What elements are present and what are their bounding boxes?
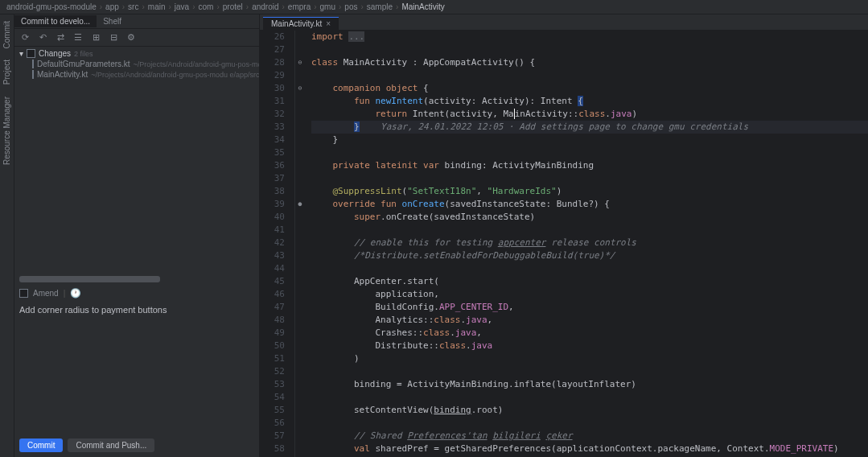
commit-toolbar: ⟳ ↶ ⇄ ☰ ⊞ ⊟ ⚙ [14,29,259,47]
checkbox[interactable] [32,70,34,79]
commit-button[interactable]: Commit [19,438,63,452]
amend-label: Amend [33,289,59,298]
group-icon[interactable]: ⊞ [90,32,101,43]
file-row[interactable]: DefaultGmuParameters.kt ~/Projects/Andro… [14,59,259,69]
checkbox[interactable] [27,49,35,58]
crumb[interactable]: android-gmu-pos-module [6,2,97,11]
crumb[interactable]: com [199,2,214,11]
crumb[interactable]: main [148,2,166,11]
file-row[interactable]: MainActivity.kt ~/Projects/Android/andro… [14,69,259,80]
rail-commit[interactable]: Commit [2,18,11,51]
editor-tab[interactable]: MainActivity.kt × [263,17,339,30]
expand-icon[interactable]: ⊟ [108,32,119,43]
gutter[interactable]: 2627282930313233343536373839404142434445… [260,31,295,457]
crumb[interactable]: sample [367,2,393,11]
history-icon[interactable]: 🕐 [70,287,81,298]
changelist-icon[interactable]: ☰ [72,32,84,43]
crumb[interactable]: pos [344,2,357,11]
rail-resource-manager[interactable]: Resource Manager [2,93,11,168]
source[interactable]: import ...class MainActivity : AppCompat… [305,31,868,457]
checkbox[interactable] [32,60,34,68]
crumb[interactable]: java [175,2,189,11]
crumb[interactable]: android [252,2,278,11]
gutter-marks: ⊖⊖● [295,31,305,457]
crumb[interactable]: gmu [320,2,335,11]
crumb-current[interactable]: MainActivity [401,2,444,11]
commit-message [14,302,259,435]
amend-checkbox[interactable] [19,289,28,298]
code-area[interactable]: 2627282930313233343536373839404142434445… [260,31,868,457]
crumb[interactable]: src [128,2,138,11]
commit-tabs: Commit to develo... Shelf [14,14,259,29]
commit-buttons: Commit Commit and Push... [14,435,259,457]
rail-project[interactable]: Project [2,56,11,88]
crumb[interactable]: empra [288,2,311,11]
tab-shelf[interactable]: Shelf [97,15,128,27]
changes-tree: ▾ Changes 2 files DefaultGmuParameters.k… [14,47,259,81]
crumb[interactable]: app [105,2,119,11]
horizontal-scrollbar[interactable] [19,276,254,282]
editor-tabs: MainActivity.kt × [260,14,868,31]
breadcrumb[interactable]: android-gmu-pos-module› app› src› main› … [0,0,868,14]
changes-root[interactable]: ▾ Changes 2 files [14,48,259,59]
commit-push-button[interactable]: Commit and Push... [68,438,154,452]
refresh-icon[interactable]: ⟳ [19,32,31,43]
editor: MainActivity.kt × 2627282930313233343536… [260,14,868,457]
left-rail: Commit Project Resource Manager [0,14,14,457]
tab-commit[interactable]: Commit to develo... [14,15,97,27]
diff-icon[interactable]: ⇄ [55,32,66,43]
commit-message-input[interactable] [19,305,254,432]
close-icon[interactable]: × [326,19,331,28]
gear-icon[interactable]: ⚙ [125,32,137,43]
amend-row: Amend | 🕐 [14,284,259,302]
rollback-icon[interactable]: ↶ [37,32,48,43]
crumb[interactable]: protel [223,2,243,11]
editor-tab-label: MainActivity.kt [271,19,322,28]
commit-panel: Commit to develo... Shelf ⟳ ↶ ⇄ ☰ ⊞ ⊟ ⚙ … [14,14,260,457]
